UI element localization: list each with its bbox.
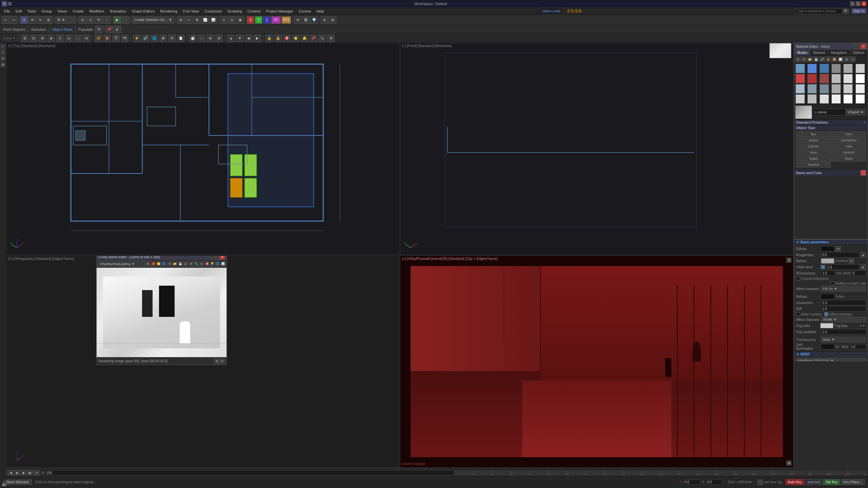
me-tab-options[interactable]: Options [850, 50, 867, 56]
vray-minimize[interactable]: − [206, 256, 212, 260]
translucency-dropdown[interactable]: None ▼ [821, 337, 866, 342]
signin-btn[interactable]: Sign In [852, 8, 866, 14]
extra-btn1[interactable]: ⊕ [321, 16, 328, 24]
tb3-btn14[interactable]: 🔗 [142, 35, 149, 42]
swatch-16[interactable] [843, 84, 853, 94]
vray-tb-15[interactable]: 📊 [221, 261, 225, 267]
render-btn[interactable]: ▶ [114, 16, 121, 24]
scale-btn[interactable]: ⊞ [45, 16, 52, 24]
quick-render[interactable]: ⬛ [122, 16, 129, 24]
y-axis-btn[interactable]: Y [255, 16, 262, 24]
self-illum-swatch[interactable] [821, 344, 834, 349]
selection-status[interactable]: None Selected [3, 480, 32, 485]
curve-editor[interactable]: 📈 [201, 16, 209, 24]
tb3-btn19[interactable]: ⬤ [189, 35, 196, 42]
search-icon[interactable]: 🔍 [843, 8, 849, 14]
scene-dropdown[interactable]: Scene ▼ [2, 36, 17, 41]
swatch-20[interactable] [820, 94, 829, 104]
menu-content[interactable]: Content [245, 8, 263, 14]
vray-tb-1[interactable]: ⊞ [146, 261, 151, 267]
rglosiness-value[interactable]: 1.0 [821, 270, 835, 276]
max-depth-value[interactable]: 5 [852, 270, 866, 276]
select-btn[interactable]: ✛ [20, 16, 28, 24]
percent-snap[interactable]: % [95, 16, 102, 24]
me-icon-5[interactable]: 🔗 [820, 57, 825, 62]
material-editor-btn[interactable]: 💎 [310, 16, 318, 24]
tb3-btn28[interactable]: 🔓 [274, 35, 282, 42]
angle-snap[interactable]: ∠ [87, 16, 94, 24]
maximize-button[interactable]: □ [856, 1, 861, 6]
viewport-camera[interactable]: [+] [VRayPhysicalCamera030] [Standard] [… [400, 256, 793, 468]
swatch-3[interactable] [831, 64, 841, 73]
timeline-next[interactable]: ▶ [21, 470, 26, 475]
menu-project-manager[interactable]: Project Manager [263, 8, 296, 14]
tb3-btn15[interactable]: 🌐 [151, 35, 158, 42]
viewport-ortho[interactable]: [+] [Orthographic] [Standard] [Edged Fac… [6, 256, 399, 468]
search-input[interactable] [795, 8, 843, 14]
ior-value[interactable]: 1.6 [821, 306, 866, 311]
layer-btn[interactable]: ≣ [193, 16, 201, 24]
affect-channels-dropdown[interactable]: Col. r/v ▼ [821, 286, 866, 291]
align-btn[interactable]: ≡ [185, 16, 193, 24]
vray-close[interactable]: ✕ [219, 256, 225, 260]
sidebar-icon-1[interactable]: ↔ [0, 44, 6, 49]
swatch-19[interactable] [807, 94, 817, 104]
me-tab-modes[interactable]: Modes [794, 50, 810, 56]
minimize-button[interactable]: − [850, 1, 855, 6]
vray-tb-6[interactable]: 📂 [173, 261, 177, 267]
viewport-corner-btn[interactable]: ⊞ [786, 461, 791, 466]
menu-animation[interactable]: Animation [107, 8, 129, 14]
vray-tb-4[interactable]: 🔵 [162, 261, 166, 267]
selected-status[interactable]: selected [805, 479, 822, 485]
me-icon-6[interactable]: ⚡ [826, 57, 831, 62]
roughness-value[interactable]: 0.0 [821, 252, 860, 258]
tb3-btn13[interactable]: ⚡ [133, 35, 140, 42]
tf-reference[interactable]: ◎ [228, 16, 236, 24]
swatch-18[interactable] [795, 94, 805, 104]
tf-center[interactable]: ⊙ [220, 16, 228, 24]
menu-group[interactable]: Group [39, 8, 54, 14]
swatch-15[interactable] [831, 84, 841, 94]
obj-type-header[interactable]: Object Type [794, 125, 868, 130]
diffuse-map-btn[interactable]: M [835, 246, 841, 251]
me-icon-1[interactable]: ⊕ [795, 57, 801, 62]
z-axis-btn[interactable]: Z [263, 16, 271, 24]
sidebar-icon-4[interactable]: ⊞ [0, 62, 6, 67]
menu-modifiers[interactable]: Modifiers [87, 8, 107, 14]
vray-tb-9[interactable]: ⊕ [189, 261, 193, 267]
swatch-11[interactable] [855, 74, 865, 83]
timeline-end[interactable]: ▶| [27, 470, 33, 475]
vray-tb-2[interactable]: 🔴 [151, 261, 156, 267]
vray-expand[interactable]: ⊞ [214, 359, 219, 364]
name-color-header[interactable]: Name and Color [794, 169, 868, 176]
tb3-btn1[interactable]: ⊞ [21, 35, 28, 42]
vray-tb-10[interactable]: 🔧 [194, 261, 199, 267]
me-material-dropdown[interactable]: VRayMtl ▼ [846, 109, 866, 115]
tb3-btn26[interactable]: ▶ [254, 35, 261, 42]
named-selection-dropdown[interactable]: Create Selection Se... ▼ [132, 17, 174, 23]
frame-counter[interactable]: 0 / 100 [40, 470, 454, 475]
swatch-23[interactable] [855, 94, 865, 104]
vray-tb-7[interactable]: 💾 [178, 261, 183, 267]
name-color-swatch[interactable] [861, 170, 866, 176]
hilight-value[interactable]: 1.0 [826, 264, 860, 270]
obj-cylinder[interactable]: Cylinder [796, 144, 831, 149]
sidebar-icon-2[interactable]: ↕ [0, 50, 6, 55]
obj-torus[interactable]: Torus [796, 150, 831, 155]
obj-tube[interactable]: Tube [831, 144, 866, 149]
swatch-17[interactable] [855, 84, 865, 94]
swatch-21[interactable] [831, 94, 841, 104]
xy-axis-btn[interactable]: XY [271, 16, 281, 24]
tb3-btn16[interactable]: 🖥 [159, 35, 167, 42]
obj-sphere[interactable]: Sphere [796, 138, 831, 143]
swatch-13[interactable] [807, 84, 817, 94]
swatch-10[interactable] [843, 74, 853, 83]
x-axis-btn[interactable]: X [247, 16, 254, 24]
populate-settings[interactable]: ⚙ [95, 26, 102, 33]
me-icon-8[interactable]: 📊 [838, 57, 843, 62]
me-icon-9[interactable]: ⊞ [844, 57, 849, 62]
tb3-btn25[interactable]: ◀ [245, 35, 252, 42]
tb3-btn7[interactable]: ⬚ [74, 35, 81, 42]
undo-btn[interactable]: ↩ [2, 16, 9, 24]
viewport-front[interactable]: [+] [Front] [Standard] [Wireframe] X Y [400, 43, 793, 255]
